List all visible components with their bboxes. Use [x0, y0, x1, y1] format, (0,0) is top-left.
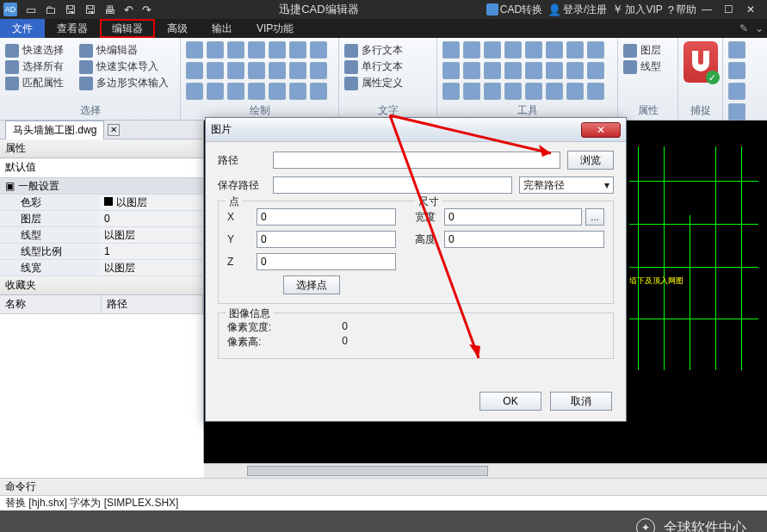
tool-icon[interactable]: [463, 62, 480, 79]
draw-tool-icon[interactable]: [269, 83, 286, 100]
tool-icon[interactable]: [525, 62, 542, 79]
layer-button[interactable]: 图层: [623, 43, 672, 58]
menu-output[interactable]: 输出: [200, 19, 244, 38]
menu-file[interactable]: 文件: [0, 19, 45, 38]
draw-tool-icon[interactable]: [227, 41, 244, 59]
tool-icon[interactable]: [587, 83, 604, 100]
tool-icon[interactable]: [566, 83, 584, 100]
new-icon[interactable]: ▭: [26, 3, 36, 16]
tool-icon[interactable]: [566, 62, 584, 79]
menu-advanced[interactable]: 高级: [155, 19, 200, 38]
draw-tool-icon[interactable]: [289, 41, 306, 59]
ltype-button[interactable]: 线型: [623, 59, 672, 74]
edit-tool-icon[interactable]: [728, 62, 745, 79]
draw-tool-icon[interactable]: [227, 83, 244, 100]
undo-icon[interactable]: ↶: [124, 3, 133, 16]
saveall-icon[interactable]: 🖫: [84, 3, 96, 16]
draw-tool-icon[interactable]: [248, 83, 265, 100]
tool-icon[interactable]: [587, 41, 604, 59]
browse-button[interactable]: 浏览: [567, 151, 614, 170]
col-name[interactable]: 名称: [0, 295, 102, 313]
x-input[interactable]: [257, 208, 396, 226]
draw-tool-icon[interactable]: [248, 62, 265, 79]
tool-icon[interactable]: [504, 62, 522, 79]
width-more-button[interactable]: …: [585, 208, 604, 226]
col-path[interactable]: 路径: [102, 295, 203, 313]
width-input[interactable]: [444, 208, 582, 226]
redo-icon[interactable]: ↷: [142, 3, 152, 16]
tool-icon[interactable]: [484, 62, 501, 79]
close-button[interactable]: ✕: [746, 3, 764, 15]
property-grid[interactable]: 一般设置 色彩以图层 图层0 线型以图层 线型比例1 线宽以图层: [0, 177, 203, 276]
tool-icon[interactable]: [442, 83, 460, 100]
edit-tool-icon[interactable]: [728, 41, 745, 59]
minimize-button[interactable]: —: [702, 3, 719, 15]
cad-convert-link[interactable]: CAD转换: [486, 3, 542, 17]
tool-icon[interactable]: [504, 83, 522, 100]
vip-link[interactable]: ￥加入VIP: [612, 2, 662, 17]
ok-button[interactable]: OK: [479, 392, 541, 411]
login-link[interactable]: 👤登录/注册: [547, 3, 607, 17]
z-input[interactable]: [257, 253, 396, 270]
general-section[interactable]: 一般设置: [0, 178, 203, 195]
path-input[interactable]: [273, 152, 560, 169]
document-tab[interactable]: 马头墙施工图.dwg: [5, 121, 104, 139]
quick-select-button[interactable]: 快速选择: [5, 43, 64, 58]
draw-tool-icon[interactable]: [227, 62, 244, 79]
ribbon-brush-icon[interactable]: ✎: [736, 19, 752, 38]
draw-tool-icon[interactable]: [186, 41, 203, 59]
favorites-list[interactable]: [0, 314, 203, 463]
dialog-close-button[interactable]: ✕: [581, 122, 621, 138]
menu-vip[interactable]: VIP功能: [244, 19, 306, 38]
print-icon[interactable]: 🖶: [104, 3, 115, 16]
draw-tool-icon[interactable]: [310, 41, 327, 59]
tool-icon[interactable]: [504, 41, 522, 59]
tool-icon[interactable]: [463, 83, 480, 100]
tool-icon[interactable]: [525, 41, 542, 59]
quick-editor-button[interactable]: 快编辑器: [79, 43, 169, 58]
tool-icon[interactable]: [546, 41, 563, 59]
ribbon-collapse-icon[interactable]: ⌄: [752, 19, 767, 38]
save-icon[interactable]: 🖫: [65, 3, 76, 16]
tool-icon[interactable]: [546, 62, 563, 79]
fast-import-button[interactable]: 快速实体导入: [79, 59, 169, 74]
draw-tool-icon[interactable]: [207, 41, 224, 59]
tool-icon[interactable]: [566, 41, 584, 59]
attrdef-button[interactable]: 属性定义: [344, 76, 431, 90]
poly-import-button[interactable]: 多边形实体输入: [79, 76, 169, 90]
tool-icon[interactable]: [484, 83, 501, 100]
snap-button[interactable]: ✓: [683, 41, 718, 83]
close-tab-icon[interactable]: ✕: [108, 124, 120, 136]
horizontal-scrollbar[interactable]: [204, 463, 767, 478]
menu-viewer[interactable]: 查看器: [45, 19, 100, 38]
stext-button[interactable]: 单行文本: [344, 59, 431, 74]
menu-editor[interactable]: 编辑器: [100, 19, 155, 38]
pick-point-button[interactable]: 选择点: [283, 275, 340, 294]
edit-tool-icon[interactable]: [728, 103, 745, 121]
draw-tool-icon[interactable]: [186, 62, 203, 79]
tool-icon[interactable]: [587, 62, 604, 79]
draw-tool-icon[interactable]: [248, 41, 265, 59]
help-link[interactable]: ?帮助: [668, 3, 696, 17]
draw-tool-icon[interactable]: [310, 62, 327, 79]
edit-tool-icon[interactable]: [728, 83, 745, 100]
draw-tool-icon[interactable]: [289, 62, 306, 79]
draw-tool-icon[interactable]: [207, 62, 224, 79]
savepath-input[interactable]: [273, 176, 512, 194]
draw-tool-icon[interactable]: [289, 83, 306, 100]
tool-icon[interactable]: [484, 41, 501, 59]
tool-icon[interactable]: [546, 83, 563, 100]
select-all-button[interactable]: 选择所有: [5, 59, 64, 74]
draw-tool-icon[interactable]: [269, 41, 286, 59]
draw-tool-icon[interactable]: [269, 62, 286, 79]
draw-tool-icon[interactable]: [207, 83, 224, 100]
mtext-button[interactable]: 多行文本: [344, 43, 431, 58]
draw-tool-icon[interactable]: [310, 83, 327, 100]
tool-icon[interactable]: [525, 83, 542, 100]
tool-icon[interactable]: [442, 62, 460, 79]
tool-icon[interactable]: [442, 41, 460, 59]
maximize-button[interactable]: ☐: [724, 3, 741, 15]
height-input[interactable]: [444, 231, 604, 248]
cancel-button[interactable]: 取消: [550, 392, 612, 411]
savepath-mode-select[interactable]: 完整路径▾: [519, 176, 614, 194]
